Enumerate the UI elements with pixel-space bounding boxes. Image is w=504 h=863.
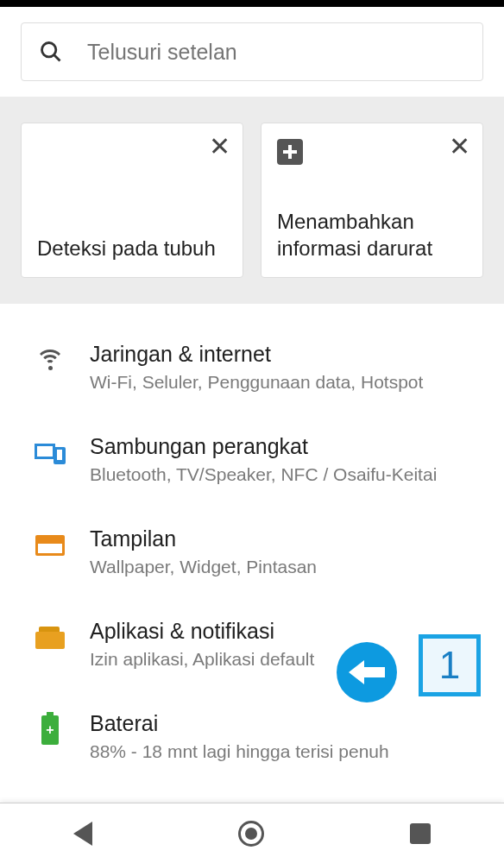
system-nav-bar (0, 803, 504, 863)
settings-item-network[interactable]: Jaringan & internet Wi-Fi, Seluler, Peng… (0, 321, 504, 413)
suggestion-title: Menambahkan informasi darurat (277, 208, 467, 261)
battery-icon: + (35, 715, 66, 746)
item-title: Tampilan (90, 526, 485, 551)
settings-item-connected-devices[interactable]: Sambungan perangkat Bluetooth, TV/Speake… (0, 413, 504, 506)
apps-icon (35, 622, 66, 653)
close-icon[interactable]: ✕ (449, 134, 470, 160)
search-icon (39, 40, 63, 64)
display-icon (35, 530, 66, 561)
nav-recent-button[interactable] (410, 823, 431, 844)
wifi-icon (35, 345, 66, 376)
item-subtitle: Wi-Fi, Seluler, Penggunaan data, Hotspot (90, 372, 485, 393)
status-bar (0, 0, 504, 7)
search-input[interactable] (87, 40, 465, 65)
item-subtitle: 88% - 18 mnt lagi hingga terisi penuh (90, 741, 485, 762)
svg-line-1 (54, 55, 60, 61)
close-icon[interactable]: ✕ (209, 134, 230, 160)
item-title: Jaringan & internet (90, 342, 485, 367)
suggestion-card-emergency-info[interactable]: ✕ Menambahkan informasi darurat (261, 123, 483, 278)
settings-item-battery[interactable]: + Baterai 88% - 18 mnt lagi hingga teris… (0, 690, 504, 783)
item-title: Baterai (90, 711, 485, 736)
settings-list: Jaringan & internet Wi-Fi, Seluler, Peng… (0, 304, 504, 783)
suggestions-band: ✕ Deteksi pada tubuh ✕ Menambahkan infor… (0, 97, 504, 304)
svg-marker-2 (349, 660, 385, 684)
item-title: Sambungan perangkat (90, 434, 485, 459)
svg-point-0 (42, 43, 56, 57)
search-container (0, 7, 504, 97)
devices-icon (35, 438, 66, 469)
nav-back-button[interactable] (73, 822, 92, 846)
suggestion-card-body-detection[interactable]: ✕ Deteksi pada tubuh (21, 123, 243, 278)
annotation-arrow-icon (337, 642, 397, 702)
nav-home-button[interactable] (238, 821, 264, 847)
item-subtitle: Wallpaper, Widget, Pintasan (90, 557, 485, 577)
item-subtitle: Bluetooth, TV/Speaker, NFC / Osaifu-Keit… (90, 464, 485, 485)
suggestion-title: Deteksi pada tubuh (37, 235, 227, 261)
search-box[interactable] (21, 22, 483, 81)
plus-icon (277, 139, 303, 165)
settings-item-display[interactable]: Tampilan Wallpaper, Widget, Pintasan (0, 506, 504, 598)
annotation-step-number: 1 (419, 634, 481, 696)
